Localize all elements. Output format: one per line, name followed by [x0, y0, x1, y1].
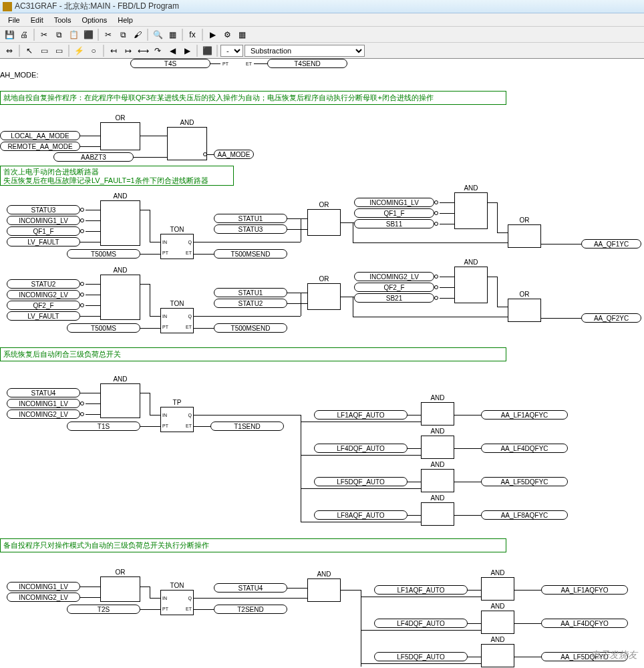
block-and[interactable]: AND: [454, 267, 488, 303]
menu-options[interactable]: Options: [76, 15, 112, 25]
comment-3[interactable]: 系统恢复后自动闭合三级负荷总开关: [0, 347, 506, 361]
var-lf4dqfb[interactable]: LF4DQF_AUTO: [374, 619, 468, 628]
wire-icon[interactable]: ⚡: [72, 44, 86, 57]
io-icon[interactable]: ⇔: [3, 44, 16, 57]
comment-2[interactable]: 首次上电手动闭合进线断路器 失压恢复后在电压故障记录LV_FAULT=1条件下闭…: [0, 166, 234, 186]
block-and[interactable]: AND: [481, 611, 514, 634]
prev-icon[interactable]: ◀: [166, 44, 179, 57]
var-aalf4[interactable]: AA_LF4DQFYC: [481, 444, 568, 453]
block-tp[interactable]: TP IN Q PT ET: [160, 407, 194, 432]
print-icon[interactable]: 🖨: [17, 28, 31, 41]
var-remote-aa[interactable]: REMOTE_AA_MODE: [0, 142, 80, 151]
var-statu2b[interactable]: STATU2: [214, 299, 287, 308]
block-ton[interactable]: TON IN Q PT ET: [160, 308, 194, 333]
tool-icon[interactable]: ⬛: [82, 28, 95, 41]
var-lf4dqf[interactable]: LF4DQF_AUTO: [314, 444, 408, 453]
var-aalf5[interactable]: AA_LF5DQFYC: [481, 477, 568, 486]
block-and[interactable]: AND: [421, 502, 454, 526]
var-t4send[interactable]: T4SEND: [267, 59, 347, 68]
block-or[interactable]: OR: [307, 209, 341, 236]
var-lf8aqf[interactable]: LF8AQF_AUTO: [314, 510, 408, 520]
pointer-icon[interactable]: ↖: [23, 44, 36, 57]
block-and[interactable]: AND: [421, 436, 454, 459]
var-statu1[interactable]: STATU1: [214, 214, 287, 223]
var-t500ms[interactable]: T500MS: [67, 249, 140, 259]
debug-icon[interactable]: ⚙: [220, 28, 234, 41]
block-icon[interactable]: ▭: [37, 44, 51, 57]
var-incoming2lv[interactable]: INCOMING2_LV: [354, 272, 434, 281]
var-lvfault[interactable]: LV_FAULT: [7, 237, 80, 246]
var-aalf1o[interactable]: AA_LF1AQFYO: [541, 585, 628, 595]
var-lf5dqfb[interactable]: LF5DQF_AUTO: [374, 652, 468, 661]
block-and[interactable]: AND: [100, 200, 140, 246]
var-t500msend2[interactable]: T500MSEND: [214, 323, 287, 333]
block-and[interactable]: AND: [481, 577, 514, 601]
jump-icon[interactable]: ↷: [151, 44, 164, 57]
dropdown-small[interactable]: -: [220, 45, 243, 57]
var-aabzt3[interactable]: AABZT3: [53, 152, 134, 162]
grid-icon[interactable]: ▦: [166, 28, 179, 41]
block-or[interactable]: OR: [307, 283, 341, 310]
var-incoming2[interactable]: INCOMING2_LV: [7, 290, 80, 299]
play-icon[interactable]: ▶: [206, 28, 219, 41]
var-lf1aqf[interactable]: LF1AQF_AUTO: [314, 410, 408, 420]
var-lf1aqfb[interactable]: LF1AQF_AUTO: [374, 585, 468, 595]
var-lvfault2[interactable]: LV_FAULT: [7, 311, 80, 321]
fbd-canvas[interactable]: AH_MODE: T4S T4SEND PT ET 就地自投自复操作程序：在此程…: [0, 59, 644, 668]
var-local-aa[interactable]: LOCAL_AA_MODE: [0, 131, 80, 140]
var-incoming2c[interactable]: INCOMING2_LV: [7, 409, 80, 419]
block-or[interactable]: OR: [508, 299, 541, 322]
var-qf1f2[interactable]: QF1_F: [354, 208, 434, 218]
left-icon[interactable]: ↤: [107, 44, 120, 57]
var-qf1f[interactable]: QF1_F: [7, 226, 80, 236]
var-sb21[interactable]: SB21: [354, 293, 434, 303]
var-statu3[interactable]: STATU3: [214, 224, 287, 234]
comment-4[interactable]: 备自投程序只对操作模式为自动的三级负荷总开关执行分断操作: [0, 538, 506, 552]
block-or[interactable]: OR: [508, 224, 541, 248]
block-or[interactable]: OR: [100, 576, 140, 602]
var-statu4[interactable]: STATU4: [7, 388, 80, 397]
block-or[interactable]: OR: [100, 122, 140, 150]
paste-icon[interactable]: 📋: [67, 28, 80, 41]
block-ton[interactable]: TON IN Q PT ET: [160, 234, 194, 259]
block-and[interactable]: AND: [421, 469, 454, 492]
var-aalf4o[interactable]: AA_LF4DQFYO: [541, 619, 628, 628]
block-and[interactable]: AND: [307, 578, 341, 602]
block-and[interactable]: AND: [100, 275, 140, 320]
copy-icon[interactable]: ⧉: [52, 28, 65, 41]
grid2-icon[interactable]: ▦: [235, 28, 249, 41]
var-icon[interactable]: ▭: [52, 44, 65, 57]
menu-file[interactable]: File: [3, 15, 25, 25]
block-and[interactable]: AND: [100, 383, 140, 418]
neg-icon[interactable]: ○: [87, 44, 100, 57]
comment-1[interactable]: 就地自投自复操作程序：在此程序中母联QF3在某进线失压后的投入操作为自动；电压恢…: [0, 91, 506, 105]
block-and[interactable]: AND: [454, 192, 488, 229]
var-incoming1lv[interactable]: INCOMING1_LV: [354, 198, 434, 207]
var-qf2f2[interactable]: QF2_F: [354, 283, 434, 292]
var-aaqf1yc[interactable]: AA_QF1YC: [581, 239, 641, 248]
right-icon[interactable]: ↦: [122, 44, 135, 57]
var-t2s[interactable]: T2S: [67, 605, 140, 614]
var-t4s[interactable]: T4S: [130, 59, 210, 68]
var-aalf8[interactable]: AA_LF8AQFYC: [481, 510, 568, 520]
menu-tools[interactable]: Tools: [49, 15, 77, 25]
block-and[interactable]: AND: [481, 644, 514, 667]
var-sb11[interactable]: SB11: [354, 219, 434, 228]
var-t500ms2[interactable]: T500MS: [67, 323, 140, 333]
var-incoming1[interactable]: INCOMING1_LV: [7, 216, 80, 225]
next-icon[interactable]: ▶: [180, 44, 194, 57]
var-statu2[interactable]: STATU2: [7, 279, 80, 289]
var-qf2f[interactable]: QF2_F: [7, 301, 80, 310]
var-statu3[interactable]: STATU3: [7, 205, 80, 214]
zoom-icon[interactable]: 🔍: [151, 28, 164, 41]
link-icon[interactable]: ⟷: [136, 44, 150, 57]
save-icon[interactable]: 💾: [3, 28, 16, 41]
box-icon[interactable]: ⬛: [200, 44, 214, 57]
var-incoming1d[interactable]: INCOMING1_LV: [7, 582, 80, 591]
var-t500msend[interactable]: T500MSEND: [214, 249, 287, 259]
cut-icon[interactable]: ✂: [37, 28, 51, 41]
block-and[interactable]: AND: [167, 127, 207, 160]
block-and[interactable]: AND: [421, 402, 454, 426]
var-t2send[interactable]: T2SEND: [214, 605, 287, 614]
dropdown-function[interactable]: Substraction: [245, 45, 365, 57]
